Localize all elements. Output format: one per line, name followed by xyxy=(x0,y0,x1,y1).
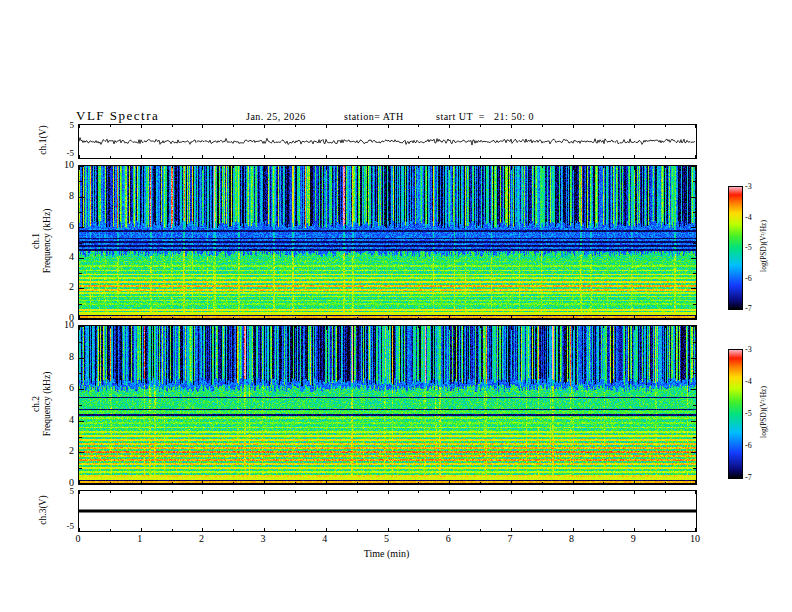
x-tick-label: 3 xyxy=(255,533,271,545)
colorbar2-tick-label: -7 xyxy=(745,473,765,482)
colorbar-1-canvas xyxy=(729,187,742,309)
colorbar2-tick-label: -5 xyxy=(745,409,765,418)
ch1-voltage-ytick-max: 5 xyxy=(56,120,74,130)
x-tick-label: 7 xyxy=(502,533,518,545)
x-tick-label: 10 xyxy=(687,533,703,545)
colorbar-1 xyxy=(728,186,743,310)
station-label: station= ATH xyxy=(344,111,404,122)
spec2-ytick-label: 6 xyxy=(56,382,74,394)
ch3-voltage-ytick-min: -5 xyxy=(56,521,74,531)
colorbar-2 xyxy=(728,349,743,479)
colorbar2-tick-label: -3 xyxy=(745,345,765,354)
spec1-ytick-label: 6 xyxy=(56,220,74,232)
spec2-ytick-label: 2 xyxy=(56,445,74,457)
spec1-ytick-label: 8 xyxy=(56,190,74,202)
ch1-waveform-panel xyxy=(78,124,697,159)
date-label: Jan. 25, 2026 xyxy=(246,111,306,122)
colorbar1-tick-label: -7 xyxy=(745,304,765,313)
ch2-spectrogram-panel xyxy=(78,325,697,485)
start-ut-label: start UT = 21: 50: 0 xyxy=(436,111,534,122)
x-tick-label: 2 xyxy=(193,533,209,545)
colorbar2-tick-label: -6 xyxy=(745,441,765,450)
spec2-ytick-label: 0 xyxy=(56,477,74,489)
ch1-spectrogram-panel xyxy=(78,165,697,320)
ch3-waveform-panel xyxy=(78,490,697,532)
ch3-voltage-axis-label: ch.3(V) xyxy=(38,480,50,540)
ch1-waveform-canvas xyxy=(79,125,696,158)
ch2-channel-label: ch.2 xyxy=(31,324,42,484)
spec1-ytick-label: 4 xyxy=(56,251,74,263)
ch3-waveform-canvas xyxy=(79,491,696,531)
ch2-spectrogram-ylabel: ch.2 Frequency (kHz) xyxy=(31,324,53,484)
spec1-ytick-label: 2 xyxy=(56,281,74,293)
x-tick-label: 6 xyxy=(440,533,456,545)
spec1-ytick-label: 10 xyxy=(56,159,74,171)
vlf-spectra-figure: VLF Spectra Jan. 25, 2026 station= ATH s… xyxy=(0,0,792,612)
x-tick-label: 5 xyxy=(379,533,395,545)
x-tick-label: 0 xyxy=(70,533,86,545)
colorbar2-tick-label: -4 xyxy=(745,377,765,386)
spec2-ytick-label: 4 xyxy=(56,414,74,426)
colorbar1-tick-label: -3 xyxy=(745,182,765,191)
ch1-channel-label: ch.1 xyxy=(31,161,42,321)
ch1-spectrogram-canvas xyxy=(79,166,696,319)
plot-title: VLF Spectra xyxy=(76,108,159,124)
colorbar-2-canvas xyxy=(729,350,742,478)
spec2-ytick-label: 10 xyxy=(56,319,74,331)
time-axis-label: Time (min) xyxy=(78,548,695,559)
colorbar1-tick-label: -4 xyxy=(745,213,765,222)
ch1-frequency-axis-label: Frequency (kHz) xyxy=(42,161,53,321)
ch1-voltage-ytick-min: -5 xyxy=(56,148,74,158)
colorbar1-tick-label: -6 xyxy=(745,274,765,283)
x-tick-label: 8 xyxy=(564,533,580,545)
ch2-spectrogram-canvas xyxy=(79,326,696,484)
colorbar1-tick-label: -5 xyxy=(745,243,765,252)
x-tick-label: 4 xyxy=(317,533,333,545)
x-tick-label: 1 xyxy=(132,533,148,545)
ch1-spectrogram-ylabel: ch.1 Frequency (kHz) xyxy=(31,161,53,321)
x-tick-label: 9 xyxy=(625,533,641,545)
ch2-frequency-axis-label: Frequency (kHz) xyxy=(42,324,53,484)
spec2-ytick-label: 8 xyxy=(56,351,74,363)
